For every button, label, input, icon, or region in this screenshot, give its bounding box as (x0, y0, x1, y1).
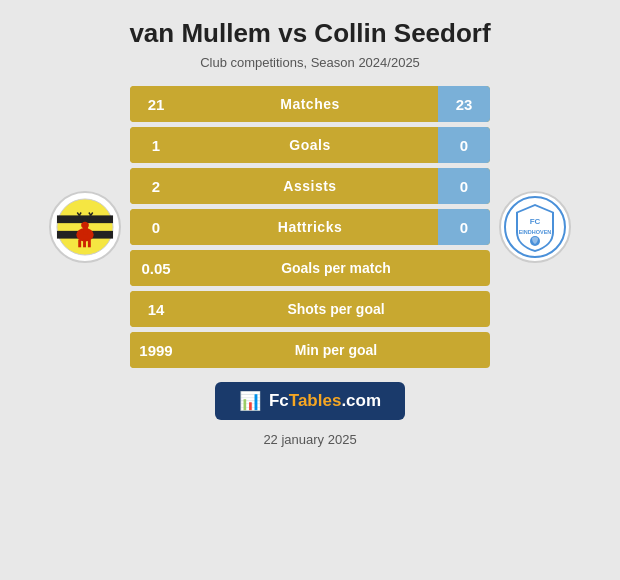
stat-row-matches: 21 Matches 23 (130, 86, 490, 122)
goals-right: 0 (438, 127, 490, 163)
cambuur-logo-circle (49, 191, 121, 263)
main-content: 21 Matches 23 1 Goals 0 2 Assists 0 0 Ha… (10, 86, 610, 368)
stats-container: 21 Matches 23 1 Goals 0 2 Assists 0 0 Ha… (130, 86, 490, 368)
svg-text:FC: FC (530, 217, 541, 226)
shots-per-goal-val: 14 (130, 291, 182, 327)
stat-row-hattricks: 0 Hattricks 0 (130, 209, 490, 245)
svg-rect-8 (88, 240, 91, 248)
goals-per-match-val: 0.05 (130, 250, 182, 286)
goals-left: 1 (130, 127, 182, 163)
goals-label: Goals (182, 137, 438, 153)
stat-row-goals: 1 Goals 0 (130, 127, 490, 163)
stat-row-goals-per-match: 0.05 Goals per match (130, 250, 490, 286)
svg-text:EINDHOVEN: EINDHOVEN (519, 229, 552, 235)
shots-per-goal-label: Shots per goal (182, 301, 490, 317)
hattricks-label: Hattricks (182, 219, 438, 235)
date-text: 22 january 2025 (263, 432, 356, 447)
assists-right: 0 (438, 168, 490, 204)
svg-rect-7 (83, 240, 86, 248)
svg-point-5 (81, 222, 89, 229)
hattricks-left: 0 (130, 209, 182, 245)
fctables-icon: 📊 (239, 390, 261, 412)
cambuur-logo-svg (56, 198, 114, 256)
svg-rect-6 (78, 240, 81, 248)
goals-per-match-label: Goals per match (182, 260, 490, 276)
matches-label: Matches (182, 96, 438, 112)
assists-label: Assists (182, 178, 438, 194)
min-per-goal-val: 1999 (130, 332, 182, 368)
page-title: van Mullem vs Collin Seedorf (129, 18, 490, 49)
left-club-logo (40, 191, 130, 263)
eindhoven-logo-circle: FC EINDHOVEN (499, 191, 571, 263)
matches-left: 21 (130, 86, 182, 122)
stat-row-min-per-goal: 1999 Min per goal (130, 332, 490, 368)
min-per-goal-label: Min per goal (182, 342, 490, 358)
fctables-banner[interactable]: 📊 FcTables.com (215, 382, 405, 420)
eindhoven-logo-svg: FC EINDHOVEN (504, 196, 566, 258)
stat-row-shots-per-goal: 14 Shots per goal (130, 291, 490, 327)
page-wrapper: van Mullem vs Collin Seedorf Club compet… (0, 0, 620, 580)
page-subtitle: Club competitions, Season 2024/2025 (200, 55, 420, 70)
right-club-logo: FC EINDHOVEN (490, 191, 580, 263)
matches-right: 23 (438, 86, 490, 122)
assists-left: 2 (130, 168, 182, 204)
hattricks-right: 0 (438, 209, 490, 245)
fctables-text: FcTables.com (269, 391, 381, 411)
stat-row-assists: 2 Assists 0 (130, 168, 490, 204)
